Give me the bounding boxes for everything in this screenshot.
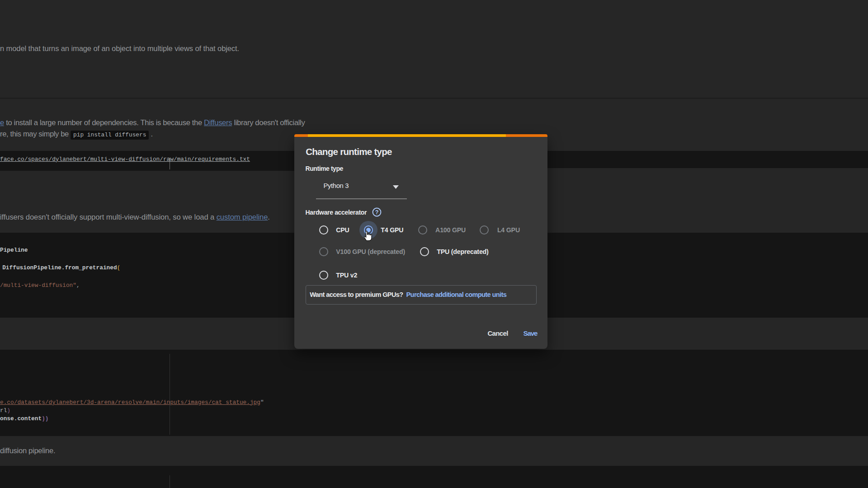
svg-text:?: ? <box>375 209 378 216</box>
